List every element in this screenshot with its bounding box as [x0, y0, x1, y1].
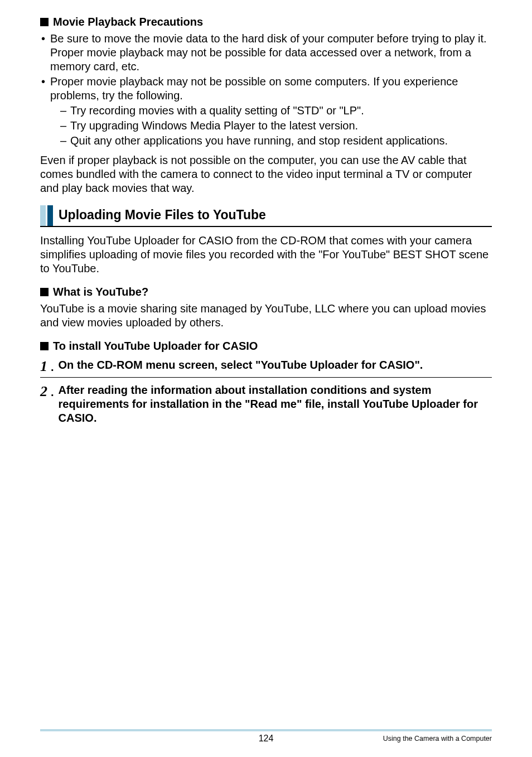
heading-bar-icon [40, 205, 46, 226]
list-text: Be sure to move the movie data to the ha… [50, 32, 487, 73]
step-dot: . [51, 383, 54, 398]
step-number: 1 [40, 358, 47, 374]
step-dot: . [51, 358, 54, 373]
list-item: Try recording movies with a quality sett… [50, 104, 492, 118]
paragraph-even-if: Even if proper playback is not possible … [40, 153, 492, 195]
heading-text: What is YouTube? [53, 286, 148, 298]
list-item: Proper movie playback may not be possibl… [40, 75, 492, 148]
page-number: 124 [40, 734, 492, 744]
step-text: On the CD-ROM menu screen, select "YouTu… [59, 358, 492, 372]
paragraph-youtube-is: YouTube is a movie sharing site managed … [40, 302, 492, 330]
square-bullet-icon [40, 18, 49, 26]
step-1: 1 . On the CD-ROM menu screen, select "Y… [40, 358, 492, 374]
page-footer: 124 Using the Camera with a Computer [40, 729, 492, 742]
paragraph-installing: Installing YouTube Uploader for CASIO fr… [40, 234, 492, 276]
heading-movie-precautions: Movie Playback Precautions [40, 16, 492, 28]
step-separator [40, 377, 492, 378]
list-item: Be sure to move the movie data to the ha… [40, 32, 492, 74]
heading-text: To install YouTube Uploader for CASIO [53, 340, 258, 353]
sub-list: Try recording movies with a quality sett… [50, 104, 492, 148]
step-2: 2 . After reading the information about … [40, 383, 492, 425]
list-text: Try upgrading Windows Media Player to th… [70, 119, 358, 132]
square-bullet-icon [40, 288, 49, 296]
list-item: Quit any other applications you have run… [50, 134, 492, 148]
list-text: Try recording movies with a quality sett… [70, 104, 364, 117]
list-text: Proper movie playback may not be possibl… [50, 75, 458, 102]
step-number: 2 [40, 383, 47, 399]
list-item: Try upgrading Windows Media Player to th… [50, 119, 492, 133]
list-text: Quit any other applications you have run… [70, 134, 448, 147]
page-content: Movie Playback Precautions Be sure to mo… [0, 0, 532, 425]
square-bullet-icon [40, 342, 49, 350]
heading-bar-icon [47, 205, 53, 226]
step-text: After reading the information about inst… [59, 383, 492, 425]
section-heading-uploading: Uploading Movie Files to YouTube [40, 205, 492, 227]
heading-what-is-youtube: What is YouTube? [40, 286, 492, 298]
precautions-list: Be sure to move the movie data to the ha… [40, 32, 492, 148]
section-title: Uploading Movie Files to YouTube [59, 205, 266, 226]
heading-text: Movie Playback Precautions [53, 16, 203, 28]
heading-to-install: To install YouTube Uploader for CASIO [40, 340, 492, 353]
